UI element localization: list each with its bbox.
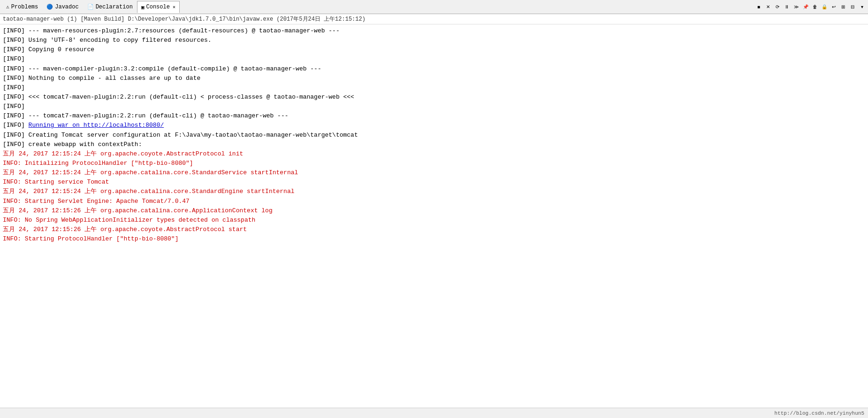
console-line: INFO: Starting ProtocolHandler ["http-bi… (3, 234, 859, 244)
status-url: http://blog.csdn.net/yinyhun5 (775, 410, 864, 416)
console-line: [INFO] (3, 102, 859, 111)
word-wrap-button[interactable]: ↩ (830, 3, 838, 11)
console-line: 五月 24, 2017 12:15:24 上午 org.apache.catal… (3, 168, 859, 178)
rerun-button[interactable]: ⟳ (773, 3, 782, 11)
console-line: 五月 24, 2017 12:15:24 上午 org.apache.catal… (3, 187, 859, 196)
terminate-button[interactable]: ■ (754, 3, 763, 11)
console-line: [INFO] Using 'UTF-8' encoding to copy fi… (3, 36, 859, 45)
console-title: taotao-manager-web (1) [Maven Build] D:\… (3, 15, 365, 23)
console-line: [INFO] <<< tomcat7-maven-plugin:2.2:run … (3, 93, 859, 102)
console-line: [INFO] --- maven-resources-plugin:2.7:re… (3, 26, 859, 36)
console-line: [INFO] --- maven-compiler-plugin:3.2:com… (3, 64, 859, 74)
console-line: [INFO] create webapp with contextPath: (3, 140, 859, 149)
scroll-lock-button[interactable]: 🔒 (820, 3, 829, 11)
console-line: 五月 24, 2017 12:15:26 上午 org.apache.coyot… (3, 225, 859, 234)
problems-icon: ⚠ (6, 4, 9, 10)
step-button[interactable]: ≫ (792, 3, 800, 11)
tab-bar: ⚠ Problems 🔵 Javadoc 📄 Declaration ▣ Con… (0, 0, 868, 14)
tab-declaration-label: Declaration (96, 4, 133, 10)
console-area[interactable]: [INFO] --- maven-resources-plugin:2.7:re… (0, 24, 868, 408)
console-line: 五月 24, 2017 12:15:24 上午 org.apache.coyot… (3, 149, 859, 159)
console-line: INFO: Initializing ProtocolHandler ["htt… (3, 159, 859, 168)
tab-console[interactable]: ▣ Console ✕ (137, 1, 180, 13)
console-content: [INFO] --- maven-resources-plugin:2.7:re… (3, 26, 865, 244)
stop-button[interactable]: ✕ (764, 3, 772, 11)
tab-problems[interactable]: ⚠ Problems (2, 1, 42, 13)
console-line: INFO: Starting service Tomcat (3, 178, 859, 187)
console-close-button[interactable]: ✕ (173, 4, 175, 10)
javadoc-icon: 🔵 (46, 4, 53, 10)
console-line: [INFO] Creating Tomcat server configurat… (3, 131, 859, 140)
view-menu-button[interactable]: ▾ (858, 3, 866, 11)
tab-console-label: Console (146, 4, 170, 10)
console-line: 五月 24, 2017 12:15:26 上午 org.apache.catal… (3, 206, 859, 216)
pin-button[interactable]: 📌 (801, 3, 810, 11)
console-line: [INFO] (3, 83, 859, 93)
localhost-link[interactable]: Running war on http://localhost:8080/ (29, 122, 164, 129)
status-bar: http://blog.csdn.net/yinyhun5 (0, 408, 868, 418)
title-bar: taotao-manager-web (1) [Maven Build] D:\… (0, 14, 868, 24)
tab-javadoc-label: Javadoc (55, 4, 78, 10)
tab-problems-label: Problems (11, 4, 38, 10)
console-line: INFO: No Spring WebApplicationInitialize… (3, 216, 859, 225)
pause-button[interactable]: ⏸ (783, 3, 791, 11)
maximize-button[interactable]: ⊞ (839, 3, 847, 11)
console-icon: ▣ (141, 4, 145, 10)
minimize-button[interactable]: ⊟ (848, 3, 857, 11)
console-line: [INFO] --- tomcat7-maven-plugin:2.2:run … (3, 111, 859, 121)
declaration-icon: 📄 (87, 4, 94, 10)
toolbar: ■ ✕ ⟳ ⏸ ≫ 📌 🗑 🔒 ↩ ⊞ ⊟ ▾ (754, 3, 866, 11)
console-line-link: [INFO] Running war on http://localhost:8… (3, 121, 859, 130)
console-line: [INFO] Copying 0 resource (3, 45, 859, 54)
console-line: [INFO] (3, 54, 859, 64)
console-line: [INFO] Nothing to compile - all classes … (3, 74, 859, 83)
clear-button[interactable]: 🗑 (811, 3, 819, 11)
tab-javadoc[interactable]: 🔵 Javadoc (42, 1, 83, 13)
tab-declaration[interactable]: 📄 Declaration (83, 1, 137, 13)
console-line: INFO: Starting Servlet Engine: Apache To… (3, 197, 859, 206)
